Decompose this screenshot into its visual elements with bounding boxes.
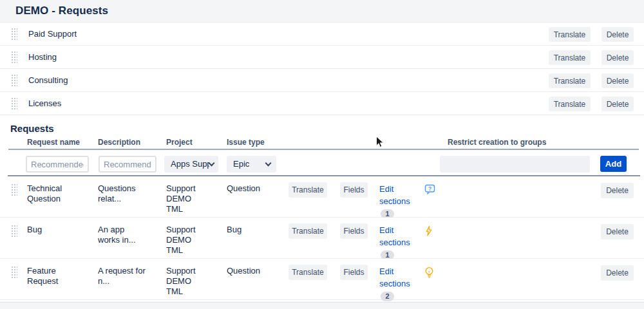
issue-type-cell: Question: [227, 183, 285, 194]
description-cell: A request for n...: [98, 266, 147, 286]
restrict-groups-input[interactable]: [440, 156, 590, 173]
list-item-label: Licenses: [28, 92, 61, 115]
list-item-consulting: Consulting Translate Delete: [0, 69, 644, 92]
requests-table-body: Technical Question Questions relat... Su…: [0, 176, 644, 300]
lightning-icon: [424, 225, 433, 239]
lightbulb-icon: [424, 267, 434, 281]
column-header-restrict-groups: Restrict creation to groups: [448, 138, 546, 147]
project-cell: Support DEMO TML: [166, 225, 205, 256]
page-title: DEMO - Requests: [15, 5, 108, 17]
column-header-project: Project: [166, 138, 193, 147]
table-header-divider: [8, 149, 639, 150]
fields-button[interactable]: Fields: [340, 265, 368, 280]
drag-handle-icon[interactable]: [11, 28, 17, 41]
request-name-cell: Technical Question: [27, 183, 76, 204]
list-item-licenses: Licenses Translate Delete: [0, 92, 644, 115]
list-item-hosting: Hosting Translate Delete: [0, 46, 644, 69]
edit-sections-link[interactable]: Edit sections: [379, 183, 415, 207]
translate-button[interactable]: Translate: [549, 50, 591, 65]
edit-sections-link[interactable]: Edit sections: [379, 265, 415, 290]
delete-button[interactable]: Delete: [601, 265, 634, 281]
question-bubble-icon: ?: [424, 184, 436, 198]
list-item-label: Hosting: [28, 46, 57, 69]
translate-button[interactable]: Translate: [289, 265, 327, 280]
delete-button[interactable]: Delete: [601, 73, 634, 88]
requests-section-title: Requests: [10, 123, 54, 134]
description-cell: An app works in...: [98, 225, 147, 245]
project-select[interactable]: Apps Supp: [164, 156, 218, 173]
request-name-cell: Feature Request: [27, 266, 76, 286]
chevron-down-icon: [209, 160, 215, 167]
request-type-list: Paid Support Translate Delete Hosting Tr…: [0, 23, 644, 115]
delete-button[interactable]: Delete: [601, 183, 634, 198]
drag-handle-icon[interactable]: [11, 183, 17, 197]
description-cell: Questions relat...: [98, 183, 147, 204]
svg-text:?: ?: [428, 185, 431, 192]
translate-button[interactable]: Translate: [549, 27, 591, 42]
drag-handle-icon[interactable]: [11, 51, 17, 64]
column-header-issue-type: Issue type: [227, 138, 265, 147]
page-header: DEMO - Requests: [0, 0, 644, 23]
fields-button[interactable]: Fields: [340, 182, 368, 198]
chevron-down-icon: [265, 160, 272, 167]
table-row-feature-request: Feature Request A request for n... Suppo…: [0, 259, 644, 300]
issue-type-select-value: Epic: [233, 159, 249, 169]
edit-sections-link[interactable]: Edit sections: [379, 224, 415, 248]
issue-type-cell: Bug: [227, 225, 285, 235]
column-header-request-name: Request name: [27, 138, 80, 147]
demo-requests-page: DEMO - Requests Paid Support Translate D…: [0, 0, 644, 309]
footer-strip: [0, 302, 644, 309]
drag-handle-icon[interactable]: [11, 97, 17, 111]
drag-handle-icon[interactable]: [11, 266, 17, 279]
list-item-label: Consulting: [28, 69, 68, 92]
request-name-cell: Bug: [27, 225, 76, 235]
drag-handle-icon[interactable]: [11, 225, 17, 238]
delete-button[interactable]: Delete: [601, 224, 634, 239]
request-name-input[interactable]: [26, 156, 89, 173]
delete-button[interactable]: Delete: [601, 97, 634, 111]
table-row-technical-question: Technical Question Questions relat... Su…: [0, 176, 644, 218]
list-item-paid-support: Paid Support Translate Delete: [0, 23, 644, 46]
issue-type-cell: Question: [227, 266, 285, 276]
translate-button[interactable]: Translate: [549, 97, 591, 111]
issue-type-select[interactable]: Epic: [227, 156, 276, 173]
description-input[interactable]: [99, 156, 156, 173]
fields-button[interactable]: Fields: [340, 223, 368, 239]
translate-button[interactable]: Translate: [289, 223, 327, 239]
project-cell: Support DEMO TML: [166, 183, 205, 214]
table-row-bug: Bug An app works in... Support DEMO TML …: [0, 218, 644, 259]
mouse-cursor-icon: [375, 136, 384, 151]
delete-button[interactable]: Delete: [601, 50, 634, 65]
add-button[interactable]: Add: [600, 156, 627, 172]
drag-handle-icon[interactable]: [11, 74, 17, 88]
translate-button[interactable]: Translate: [549, 73, 591, 88]
project-select-value: Apps Supp: [171, 159, 209, 169]
sections-count-badge: 2: [381, 292, 394, 301]
project-cell: Support DEMO TML: [166, 266, 205, 297]
list-item-label: Paid Support: [28, 23, 77, 46]
column-header-description: Description: [98, 138, 140, 147]
delete-button[interactable]: Delete: [601, 27, 634, 42]
translate-button[interactable]: Translate: [289, 182, 327, 198]
